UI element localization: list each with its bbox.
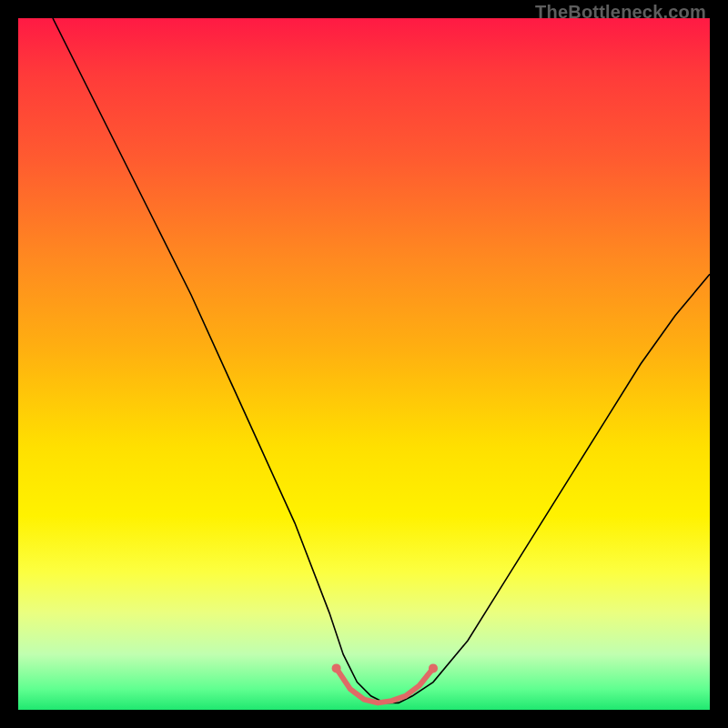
curve-layer [18, 18, 710, 710]
chart-container: TheBottleneck.com [0, 0, 728, 728]
bottom-highlight [337, 668, 433, 703]
bottom-highlight-dots [332, 663, 438, 672]
plot-area [18, 18, 710, 710]
highlight-endpoint [332, 663, 341, 672]
highlight-endpoint [429, 663, 438, 672]
main-curve [53, 18, 710, 703]
